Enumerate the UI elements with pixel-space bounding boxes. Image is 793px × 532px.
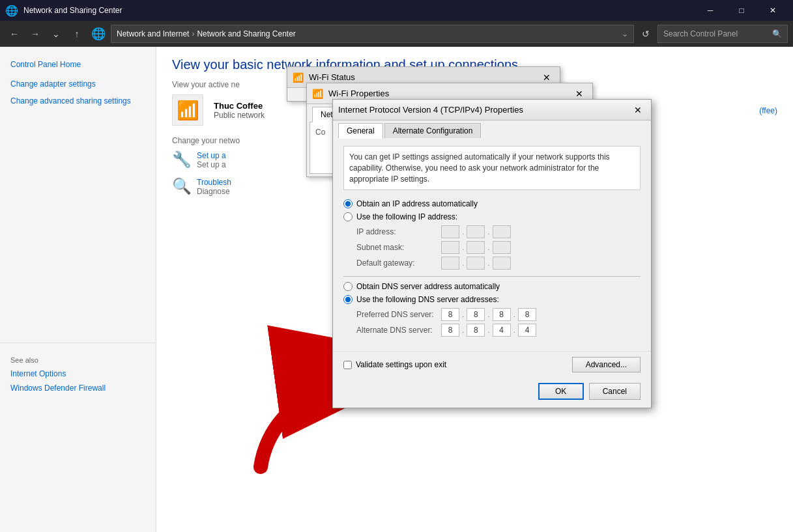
setup-link[interactable]: Set up a [197,151,226,160]
alternate-dns-input[interactable]: 8 . 8 . 4 . 4 [441,324,536,337]
sidebar-change-advanced-sharing[interactable]: Change advanced sharing settings [0,94,156,108]
forward-button[interactable]: → [26,25,44,43]
preferred-dns-seg-3[interactable]: 8 [493,308,511,321]
tcp-dialog-title: Internet Protocol Version 4 (TCP/IPv4) P… [338,105,625,115]
ip-seg-2 [467,225,485,238]
alternate-dns-seg-2[interactable]: 8 [467,324,485,337]
ok-button[interactable]: OK [538,383,584,400]
default-gateway-label: Default gateway: [356,259,441,268]
radio-obtain-ip-auto-input[interactable] [343,199,353,208]
recent-button[interactable]: ⌄ [47,25,65,43]
preferred-dns-seg-4[interactable]: 8 [518,308,536,321]
subnet-mask-label: Subnet mask: [356,243,441,252]
network-type: Public network [214,111,265,120]
content-area: View your basic network information and … [156,47,793,532]
sidebar-internet-options[interactable]: Internet Options [0,367,156,381]
ip-address-input: . . [441,225,511,238]
search-icon[interactable]: 🔍 [772,29,782,38]
wifi-props-icon: 📶 [312,89,323,99]
preferred-dns-input[interactable]: 8 . 8 . 8 . 8 [441,308,536,321]
search-placeholder: Search Control Panel [663,29,770,38]
setup-icon: 🔧 [172,150,192,169]
preferred-dns-seg-1[interactable]: 8 [441,308,459,321]
radio-use-ip-manual[interactable]: Use the following IP address: [343,212,641,221]
cancel-button[interactable]: Cancel [589,383,641,400]
ip-address-label: IP address: [356,227,441,236]
minimize-button[interactable]: ─ [695,0,725,21]
refresh-button[interactable]: ↺ [637,25,655,43]
gateway-seg-2 [467,257,485,270]
sidebar: Control Panel Home Change adapter settin… [0,47,156,532]
location-icon: 🌐 [91,27,106,41]
radio-obtain-dns-auto-input[interactable] [343,282,353,291]
preferred-dns-row: Preferred DNS server: 8 . 8 . 8 . 8 [356,308,641,321]
default-gateway-row: Default gateway: . . [356,257,641,270]
validate-checkbox[interactable] [343,361,352,369]
dns-fields-section: Preferred DNS server: 8 . 8 . 8 . 8 [356,308,641,337]
path-separator: › [192,29,194,38]
tcp-ok-cancel-row: OK Cancel [333,380,651,408]
path-dropdown[interactable]: ⌄ [622,29,628,38]
preferred-dns-label: Preferred DNS server: [356,310,441,319]
radio-use-dns-manual-input[interactable] [343,295,353,304]
window-title: Network and Sharing Center [23,6,690,15]
change-network-link[interactable]: (ffee) [759,106,777,115]
radio-use-ip-manual-label: Use the following IP address: [356,212,457,221]
sidebar-divider [0,343,156,343]
validate-label: Validate settings upon exit [356,360,446,369]
alternate-dns-seg-4[interactable]: 4 [518,324,536,337]
preferred-dns-seg-2[interactable]: 8 [467,308,485,321]
radio-obtain-dns-auto-label: Obtain DNS server address automatically [356,282,500,291]
gateway-seg-3 [493,257,511,270]
alternate-dns-label: Alternate DNS server: [356,326,441,335]
up-button[interactable]: ↑ [68,25,86,43]
main-area: Control Panel Home Change adapter settin… [0,47,793,532]
alternate-dns-seg-1[interactable]: 8 [441,324,459,337]
radio-obtain-dns-auto[interactable]: Obtain DNS server address automatically [343,282,641,291]
address-path[interactable]: Network and Internet › Network and Shari… [111,25,634,43]
path-segment-2: Network and Sharing Center [197,29,295,38]
close-button[interactable]: ✕ [758,0,788,21]
tcp-titlebar: Internet Protocol Version 4 (TCP/IPv4) P… [333,100,651,120]
radio-use-dns-manual[interactable]: Use the following DNS server addresses: [343,295,641,304]
wifi-props-title: Wi-Fi Properties [328,89,566,98]
subnet-mask-input: . . [441,241,511,254]
advanced-button[interactable]: Advanced... [572,357,641,372]
tcp-ipv4-dialog[interactable]: Internet Protocol Version 4 (TCP/IPv4) P… [332,99,652,408]
troubleshoot-link[interactable]: Troublesh [197,178,231,187]
troubleshoot-desc: Diagnose [197,187,231,196]
radio-obtain-ip-auto[interactable]: Obtain an IP address automatically [343,199,641,208]
subnet-mask-row: Subnet mask: . . [356,241,641,254]
network-icon: 📶 [172,94,203,126]
alternate-dns-seg-3[interactable]: 4 [493,324,511,337]
path-segment-1: Network and Internet [117,29,189,38]
title-bar: 🌐 Network and Sharing Center ─ □ ✕ [0,0,793,21]
back-button[interactable]: ← [5,25,23,43]
subnet-seg-3 [493,241,511,254]
sidebar-windows-firewall[interactable]: Windows Defender Firewall [0,381,156,395]
ip-seg-1 [441,225,459,238]
tcp-footer: Validate settings upon exit Advanced... [333,351,651,380]
tab-general[interactable]: General [338,123,383,139]
tcp-tab-bar: General Alternate Configuration [333,120,651,138]
gateway-seg-1 [441,257,459,270]
radio-obtain-ip-auto-label: Obtain an IP address automatically [356,199,478,208]
network-name: Thuc Coffee [214,101,265,111]
sidebar-change-adapter[interactable]: Change adapter settings [0,77,156,91]
ip-address-row: IP address: . . [356,225,641,238]
maximize-button[interactable]: □ [727,0,757,21]
tcp-close-button[interactable]: ✕ [630,102,646,118]
ip-seg-3 [493,225,511,238]
ip-fields-section: IP address: . . Subnet mask: [356,225,641,270]
search-box[interactable]: Search Control Panel 🔍 [657,25,788,43]
troubleshoot-icon: 🔍 [172,177,192,195]
app-icon: 🌐 [5,5,18,17]
alternate-dns-row: Alternate DNS server: 8 . 8 . 4 . 4 [356,324,641,337]
sidebar-control-panel-home[interactable]: Control Panel Home [0,57,156,72]
radio-use-ip-manual-input[interactable] [343,212,353,221]
tab-alternate-config[interactable]: Alternate Configuration [384,123,482,138]
tcp-body: You can get IP settings assigned automat… [333,138,651,351]
setup-desc: Set up a [197,160,226,169]
dns-separator [343,276,641,277]
dns-section: Obtain DNS server address automatically … [343,282,641,337]
